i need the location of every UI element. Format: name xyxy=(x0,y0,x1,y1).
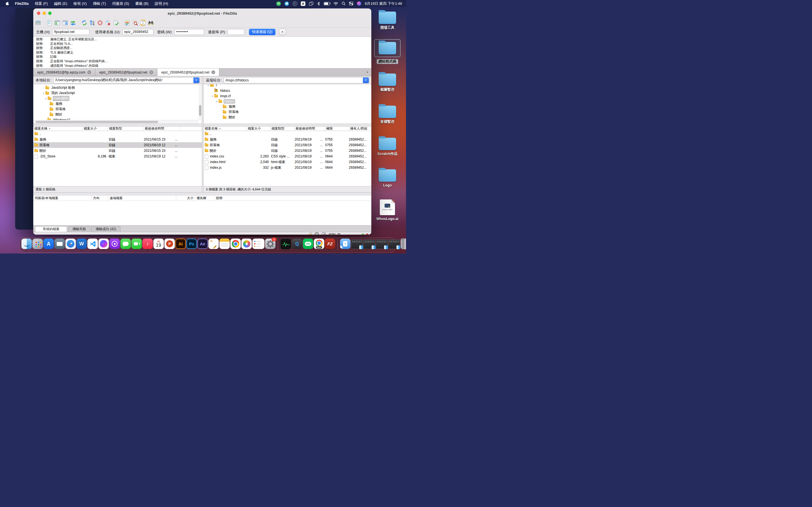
dock-photos[interactable] xyxy=(241,238,252,251)
connection-tab-active[interactable]: epiz_29389452@ftpupload.net✕ xyxy=(157,68,219,76)
tree-item[interactable]: 關於 xyxy=(204,115,371,120)
siri-icon[interactable] xyxy=(357,1,361,6)
port-input[interactable] xyxy=(227,29,245,35)
file-row[interactable]: index.html 2,049 html-檔案 2021/08/19... 0… xyxy=(204,159,371,165)
spotlight-icon[interactable] xyxy=(342,2,345,5)
dock-disk-image[interactable] xyxy=(340,238,350,251)
dock-powerpoint[interactable]: P xyxy=(164,238,175,251)
file-row[interactable]: 關於 目錄 2021/08/19... 0755 29389452... xyxy=(204,148,371,154)
tree-item[interactable]: 服務 xyxy=(204,104,371,109)
battery-icon[interactable] xyxy=(324,2,330,5)
menu-app-name[interactable]: FileZilla xyxy=(12,1,32,6)
dock-minimized-window-1[interactable] xyxy=(351,238,363,251)
dock-reminders[interactable] xyxy=(252,238,264,251)
file-row[interactable]: index.js 332 js-檔案 2021/08/19... 0644 29… xyxy=(204,165,371,170)
tree-item-selected[interactable]: ∨htdocs xyxy=(204,99,371,104)
ascii-auto-icon[interactable]: A xyxy=(314,232,319,235)
dock-trash[interactable] xyxy=(401,238,406,251)
file-row[interactable]: 服務 目錄 2021/08/19... 0755 29389452... xyxy=(204,136,371,142)
dock-word[interactable]: W xyxy=(77,238,87,251)
dock-safari[interactable] xyxy=(65,238,76,251)
transfer-queue[interactable]: 伺服器/本地檔案 方向 遠端檔案 大小 優先權 狀態 xyxy=(33,195,371,225)
dock-quicktime[interactable]: Q xyxy=(292,238,302,251)
tree-item[interactable]: 服務 xyxy=(33,101,202,107)
control-center-icon[interactable] xyxy=(349,2,353,5)
dock-chrome[interactable] xyxy=(231,238,241,251)
tab-queued-files[interactable]: 等候的檔案 xyxy=(35,226,67,232)
queue-splitter[interactable] xyxy=(33,192,371,195)
apple-menu-icon[interactable] xyxy=(4,1,12,6)
dock-minimized-window-4[interactable] xyxy=(388,238,400,251)
combo-dropdown-icon[interactable]: ▼ xyxy=(193,77,199,83)
column-header-status[interactable]: 狀態 xyxy=(214,195,371,201)
chevron-expanded-icon[interactable]: ∨ xyxy=(206,84,210,87)
toggle-message-log-icon[interactable] xyxy=(46,19,53,26)
file-row[interactable]: 關於 目錄 2021/08/15 23... xyxy=(33,148,202,154)
column-header-direction[interactable]: 方向 xyxy=(92,195,108,201)
dock-messenger[interactable] xyxy=(98,238,109,251)
scrollbar-thumb[interactable] xyxy=(199,105,201,116)
local-directory-tree[interactable]: 網站程式碼 ›JavaScript 範例 ∨我的 JavaScript ∨Ind… xyxy=(33,84,202,124)
file-row[interactable]: 服務 目錄 2021/08/15 23... xyxy=(33,136,202,142)
quickconnect-dropdown-button[interactable]: ▼ xyxy=(279,29,286,35)
tree-item[interactable]: ∨inspi.cf xyxy=(204,93,371,99)
quickconnect-button[interactable]: 快速連線 (Q) xyxy=(249,29,275,35)
menu-bar-clock[interactable]: 8月19日 週四 下午1:48 xyxy=(365,1,402,6)
dock-vscode[interactable] xyxy=(87,238,98,251)
remote-directory-tree[interactable]: ∨/ htdocs ∨inspi.cf ∨htdocs 服務 部落格 關於 xyxy=(204,84,371,124)
chevron-expanded-icon[interactable]: ∨ xyxy=(42,92,45,95)
dock-app-store[interactable]: A xyxy=(43,238,54,251)
combo-dropdown-icon[interactable]: ▼ xyxy=(363,77,369,83)
menu-server[interactable]: 伺服器 (S) xyxy=(109,1,132,6)
zoom-window-button[interactable] xyxy=(48,11,52,15)
close-window-button[interactable] xyxy=(37,11,40,15)
horizontal-scrollbar[interactable] xyxy=(33,120,199,124)
tree-item[interactable]: 部落格 xyxy=(33,107,202,112)
chevron-expanded-icon[interactable]: ∨ xyxy=(215,100,218,103)
file-row[interactable]: .DS_Store 8,196 檔案 2021/08/19 12... xyxy=(33,154,202,159)
remote-file-list[interactable]: 檔案名稱∧ 檔案大小 檔案類型 最後修改時間 權限 擁有人/群組 .. 服務 目… xyxy=(204,126,371,186)
tree-item[interactable]: 關於 xyxy=(33,112,202,117)
file-search-icon[interactable] xyxy=(132,19,139,26)
menu-transfer[interactable]: 傳輸 (T) xyxy=(90,1,109,6)
vertical-scrollbar[interactable] xyxy=(199,84,202,120)
tree-item[interactable]: ›JavaScript 範例 xyxy=(33,85,202,91)
dock-minimized-window-2[interactable] xyxy=(363,238,375,251)
desktop-icon-audio-temp[interactable]: 音檔暫存 xyxy=(373,106,402,124)
site-manager-icon[interactable] xyxy=(35,19,42,26)
column-header-size[interactable]: 檔案大小 xyxy=(83,126,108,131)
menu-file[interactable]: 檔案 (F) xyxy=(32,1,51,6)
menu-bookmarks[interactable]: 書籤 (B) xyxy=(132,1,152,6)
dock-facetime[interactable] xyxy=(132,238,142,251)
dock-minimized-window-3[interactable] xyxy=(376,238,388,251)
dock-after-effects[interactable]: Ae xyxy=(197,238,208,251)
dock-line[interactable]: LINE xyxy=(303,238,313,251)
desktop-icon-logo[interactable]: Logo xyxy=(373,169,402,187)
dock-messages[interactable] xyxy=(120,238,131,251)
column-header-priority[interactable]: 優先權 xyxy=(195,195,214,201)
window-title-bar[interactable]: epiz_29389452@ftpupload.net - FileZilla xyxy=(33,8,371,18)
dock-calendar[interactable]: 8月19 xyxy=(153,238,164,251)
chevron-expanded-icon[interactable]: ∨ xyxy=(44,97,48,100)
column-header-remote-file[interactable]: 遠端檔案 xyxy=(108,195,176,201)
dock-chrome-dev[interactable]: Dev xyxy=(314,238,324,251)
close-tab-icon[interactable]: ✕ xyxy=(149,70,153,74)
chevron-expanded-icon[interactable]: ∨ xyxy=(211,95,214,98)
file-row[interactable]: .. xyxy=(204,131,371,136)
dock-photoshop[interactable]: Ps xyxy=(186,238,197,251)
backup-status-icon[interactable] xyxy=(285,1,289,6)
dock-launchpad[interactable] xyxy=(33,238,43,251)
dock-mail[interactable] xyxy=(54,238,65,251)
toggle-remote-tree-icon[interactable] xyxy=(62,19,68,26)
close-tab-icon[interactable]: ✕ xyxy=(211,70,215,74)
tab-failed-transfers[interactable]: 傳輸失敗 xyxy=(68,226,90,232)
dock-system-preferences[interactable]: 1 xyxy=(265,238,275,251)
tab-successful-transfers[interactable]: 傳輸成功 (42) xyxy=(91,226,120,232)
scrollbar-thumb[interactable] xyxy=(36,121,158,123)
column-header-mtime[interactable]: 最後修改時間 xyxy=(294,126,325,131)
tree-item[interactable]: htdocs xyxy=(204,88,371,93)
input-source-icon[interactable]: A xyxy=(301,1,305,6)
column-header-size[interactable]: 大小 xyxy=(176,195,195,201)
desktop-icon-scratch-works[interactable]: Scratch作品 xyxy=(373,138,402,156)
tree-item-selected[interactable]: ∨Index網站 xyxy=(33,96,202,101)
